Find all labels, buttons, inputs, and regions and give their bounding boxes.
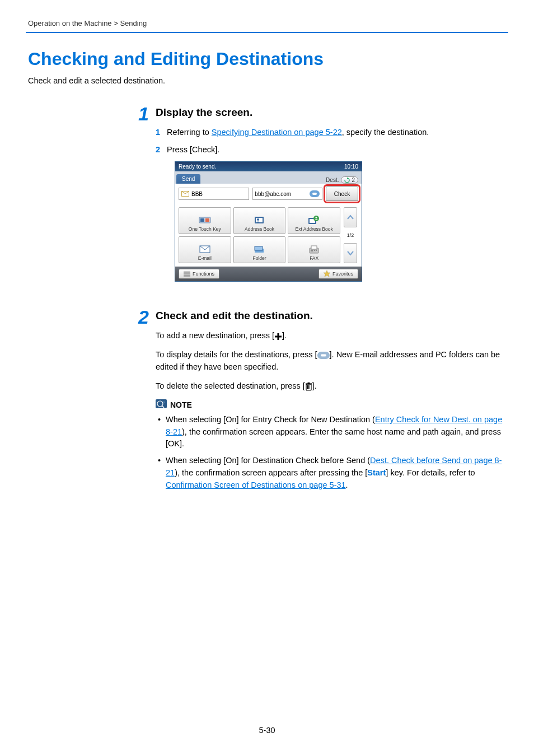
text-fragment: ]. (312, 381, 317, 390)
instruction-add: To add a new destination, press []. (156, 330, 506, 342)
text-fragment: bbb@abc.com (255, 191, 292, 197)
page-indicator: 1/2 (343, 207, 358, 263)
button-label: Favorites (332, 271, 353, 277)
text-fragment: ] key. For details, refer to (386, 468, 475, 477)
check-button[interactable]: Check (326, 186, 358, 201)
instruction-details: To display details for the destinations,… (156, 349, 506, 374)
svg-rect-27 (321, 354, 326, 357)
step-heading: Display the screen. (156, 104, 506, 119)
button-label: Folder (252, 255, 266, 261)
svg-rect-19 (314, 250, 315, 251)
svg-rect-22 (184, 274, 190, 275)
email-button[interactable]: E-mail (179, 236, 231, 263)
start-key-label: Start (367, 468, 386, 477)
trash-icon (305, 380, 312, 393)
page-down-button[interactable] (344, 243, 357, 263)
page-count-label: 1/2 (347, 232, 354, 238)
device-screenshot: Ready to send. 10:10 Send Dest. 2 (175, 161, 506, 282)
ext-address-book-icon (308, 216, 320, 225)
substep-text: Referring to Specifying Destination on p… (167, 127, 429, 138)
text-fragment: , specify the destination. (342, 128, 429, 137)
fax-button[interactable]: FAX (288, 236, 340, 263)
svg-rect-30 (307, 382, 310, 384)
button-label: Functions (193, 271, 214, 277)
svg-rect-2 (312, 193, 317, 195)
one-touch-key-button[interactable]: One Touch Key (179, 207, 231, 234)
intro-text: Check and edit a selected destination. (28, 76, 506, 85)
link-specifying-destination[interactable]: Specifying Destination on page 5-22 (212, 128, 342, 137)
chevron-up-icon (347, 214, 354, 220)
svg-rect-7 (256, 218, 263, 222)
link-confirmation-screen[interactable]: Confirmation Screen of Destinations on p… (166, 480, 346, 489)
note-icon (156, 399, 167, 410)
substep-number: 1 (156, 127, 167, 138)
button-label: Ext Address Book (296, 226, 333, 232)
step-number: 1 (127, 104, 149, 295)
svg-rect-15 (255, 246, 263, 250)
button-label: Address Book (245, 226, 274, 232)
plus-icon (274, 330, 282, 342)
functions-button[interactable]: Functions (179, 269, 219, 279)
text-fragment: When selecting [On] for Entry Check for … (166, 415, 375, 424)
svg-rect-17 (311, 246, 317, 249)
svg-rect-21 (184, 272, 190, 273)
button-label: One Touch Key (189, 226, 221, 232)
text-fragment: ), the confirmation screen appears. Ente… (166, 427, 501, 449)
text-fragment: When selecting [On] for Destination Chec… (166, 456, 370, 465)
button-label: FAX (310, 255, 318, 261)
svg-rect-20 (316, 250, 317, 251)
info-pill-icon (317, 349, 330, 361)
tab-send[interactable]: Send (176, 174, 200, 184)
text-fragment: . (346, 480, 348, 489)
document-page: Operation on the Machine > Sending Check… (0, 0, 534, 756)
favorites-button[interactable]: Favorites (318, 269, 358, 279)
button-label: E-mail (198, 255, 212, 261)
note-item: When selecting [On] for Entry Check for … (158, 414, 506, 450)
page-up-button[interactable] (344, 207, 357, 227)
text-fragment: 2 (352, 177, 355, 183)
destination-address-cell[interactable]: bbb@abc.com (252, 188, 323, 200)
address-book-button[interactable]: Address Book (233, 207, 286, 234)
folder-button[interactable]: Folder (233, 236, 286, 263)
text-fragment: To display details for the destinations,… (156, 350, 317, 359)
folder-icon (253, 245, 265, 254)
step-2: 2 Check and edit the destination. To add… (127, 307, 506, 496)
ext-address-book-button[interactable]: Ext Address Book (288, 207, 340, 234)
arrow-recycle-icon (344, 178, 350, 183)
substep-number: 2 (156, 144, 167, 156)
text-fragment: Referring to (167, 128, 212, 137)
text-fragment: To add a new destination, press [ (156, 331, 274, 340)
address-book-icon (253, 216, 265, 225)
page-number: 5-30 (0, 726, 534, 735)
star-icon (324, 270, 330, 277)
note-label: NOTE (170, 400, 192, 409)
text-fragment: To delete the selected destination, pres… (156, 381, 305, 390)
instruction-delete: To delete the selected destination, pres… (156, 380, 506, 393)
fax-icon (308, 245, 320, 254)
page-title: Checking and Editing Destinations (28, 49, 506, 69)
status-time: 10:10 (344, 164, 358, 170)
envelope-icon (181, 191, 189, 197)
one-touch-icon (199, 216, 211, 225)
status-text: Ready to send. (179, 164, 216, 170)
svg-rect-4 (200, 218, 204, 222)
list-icon (184, 271, 190, 277)
breadcrumb: Operation on the Machine > Sending (28, 19, 506, 27)
text-fragment: BBB (191, 191, 203, 197)
svg-point-8 (257, 218, 259, 221)
svg-rect-23 (184, 276, 190, 277)
info-pill-icon (310, 190, 320, 197)
svg-rect-25 (275, 335, 282, 337)
note-item: When selecting [On] for Destination Chec… (158, 455, 506, 491)
chevron-down-icon (347, 250, 354, 256)
step-heading: Check and edit the destination. (156, 307, 506, 322)
note-box: NOTE When selecting [On] for Entry Check… (156, 399, 506, 492)
step-number: 2 (127, 307, 149, 496)
text-fragment: Dest. (326, 177, 339, 183)
dest-count-badge: Dest. 2 (326, 176, 358, 184)
svg-rect-5 (205, 218, 209, 222)
destination-cell[interactable]: BBB (179, 188, 249, 200)
text-fragment: ), the confirmation screen appears after… (175, 468, 367, 477)
email-icon (199, 245, 211, 254)
status-bar: Ready to send. 10:10 (175, 162, 362, 171)
